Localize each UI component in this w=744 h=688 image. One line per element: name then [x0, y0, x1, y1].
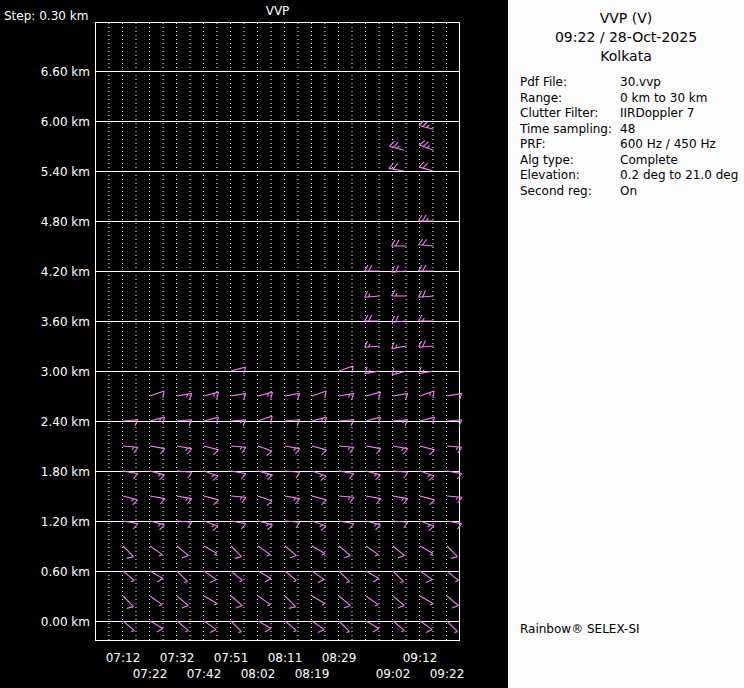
field-row: Alg type:Complete: [520, 153, 744, 169]
field-label: Elevation:: [520, 168, 620, 184]
x-axis-label: 08:02: [241, 667, 276, 681]
info-panel: VVP (V) 09:22 / 28-Oct-2025 Kolkata Pdf …: [508, 0, 744, 688]
field-label: Second reg:: [520, 184, 620, 200]
field-value: IIRDoppler 7: [620, 106, 694, 122]
field-value: Complete: [620, 153, 678, 169]
x-axis-label: 07:51: [214, 651, 249, 665]
x-axis-label: 07:12: [106, 651, 141, 665]
field-value: On: [620, 184, 637, 200]
field-row: Second reg:On: [520, 184, 744, 200]
field-label: Pdf File:: [520, 75, 620, 91]
x-axis-label: 09:02: [376, 667, 411, 681]
y-axis-label: 3.00 km: [41, 365, 90, 379]
field-label: Range:: [520, 91, 620, 107]
y-axis-label: 4.80 km: [41, 215, 90, 229]
field-row: PRF:600 Hz / 450 Hz: [520, 137, 744, 153]
y-axis-label: 3.60 km: [41, 315, 90, 329]
panel-header: VVP (V) 09:22 / 28-Oct-2025 Kolkata: [508, 0, 744, 66]
field-label: Time sampling:: [520, 122, 620, 138]
field-label: Alg type:: [520, 153, 620, 169]
x-axis-label: 08:11: [268, 651, 303, 665]
plot-background: [0, 0, 508, 688]
y-axis-label: 0.60 km: [41, 565, 90, 579]
field-row: Time sampling:48: [520, 122, 744, 138]
field-value: 48: [620, 122, 635, 138]
y-axis-label: 4.20 km: [41, 265, 90, 279]
x-axis-label: 07:42: [187, 667, 222, 681]
field-row: Pdf File:30.vvp: [520, 75, 744, 91]
x-axis-label: 07:32: [160, 651, 195, 665]
x-axis-label: 09:22: [430, 667, 465, 681]
field-value: 30.vvp: [620, 75, 661, 91]
vvp-wind-profile-plot: 6.60 km6.00 km5.40 km4.80 km4.20 km3.60 …: [0, 0, 508, 688]
y-axis-label: 0.00 km: [41, 615, 90, 629]
product-parameters: Pdf File:30.vvpRange:0 km to 30 kmClutte…: [520, 75, 744, 199]
field-row: Range:0 km to 30 km: [520, 91, 744, 107]
product-datetime: 09:22 / 28-Oct-2025: [508, 28, 744, 47]
x-axis-label: 08:19: [295, 667, 330, 681]
y-axis-label: 6.00 km: [41, 115, 90, 129]
y-axis-label: 1.80 km: [41, 465, 90, 479]
step-label: Step: 0.30 km: [4, 9, 88, 23]
field-row: Clutter Filter:IIRDoppler 7: [520, 106, 744, 122]
x-axis-label: 09:12: [403, 651, 438, 665]
field-value: 600 Hz / 450 Hz: [620, 137, 716, 153]
y-axis-label: 6.60 km: [41, 65, 90, 79]
y-axis-label: 5.40 km: [41, 165, 90, 179]
x-axis-label: 08:29: [322, 651, 357, 665]
site-name: Kolkata: [508, 47, 744, 66]
field-value: 0.2 deg to 21.0 deg: [620, 168, 738, 184]
y-axis-label: 1.20 km: [41, 515, 90, 529]
plot-title: VVP: [266, 4, 290, 18]
field-label: PRF:: [520, 137, 620, 153]
field-label: Clutter Filter:: [520, 106, 620, 122]
field-value: 0 km to 30 km: [620, 91, 708, 107]
vvp-window: 6.60 km6.00 km5.40 km4.80 km4.20 km3.60 …: [0, 0, 744, 688]
field-row: Elevation:0.2 deg to 21.0 deg: [520, 168, 744, 184]
software-brand: Rainbow® SELEX-SI: [520, 622, 640, 636]
x-axis-label: 07:22: [133, 667, 168, 681]
product-title: VVP (V): [508, 0, 744, 28]
y-axis-label: 2.40 km: [41, 415, 90, 429]
